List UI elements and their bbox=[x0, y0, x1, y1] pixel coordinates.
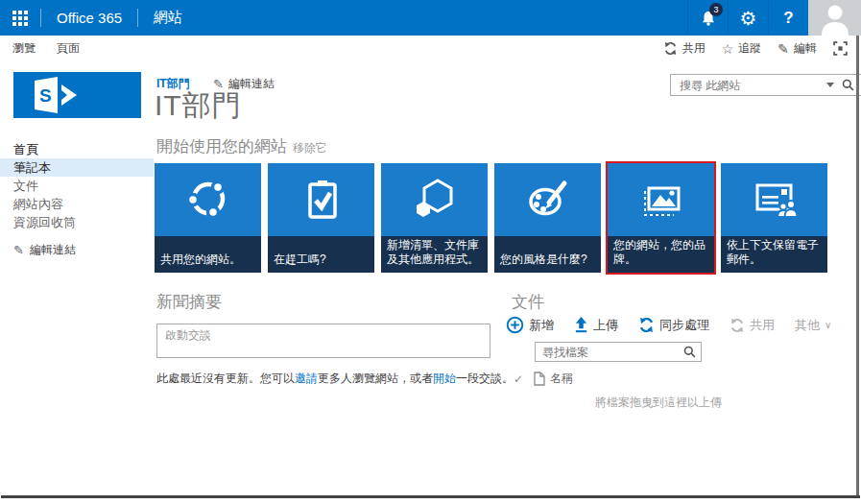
window-right-edge bbox=[856, 36, 859, 497]
app-launcher-button[interactable] bbox=[0, 0, 40, 36]
tile-caption: 在趕工嗎? bbox=[268, 236, 374, 273]
tile-whats-your-style[interactable]: 您的風格是什麼? bbox=[494, 163, 601, 273]
share-document-button[interactable]: 共用 bbox=[729, 317, 775, 334]
edit-label: 編輯 bbox=[794, 40, 817, 57]
find-file-input[interactable] bbox=[540, 345, 683, 360]
search-icon[interactable] bbox=[842, 79, 854, 91]
notifications-button[interactable]: 3 bbox=[687, 0, 728, 36]
star-icon: ☆ bbox=[722, 42, 734, 56]
share-sync-icon bbox=[729, 318, 745, 333]
pencil-icon: ✎ bbox=[13, 244, 24, 256]
gear-icon: ⚙ bbox=[740, 9, 757, 28]
document-type-icon bbox=[534, 372, 550, 386]
site-logo[interactable]: S bbox=[13, 72, 141, 118]
tile-caption: 依上下文保留電子郵件。 bbox=[721, 236, 827, 273]
settings-button[interactable]: ⚙ bbox=[728, 0, 768, 36]
getting-started-heading: 開始使用您的網站 bbox=[156, 135, 287, 157]
plus-circle-icon bbox=[506, 316, 524, 334]
waffle-icon bbox=[12, 11, 28, 26]
current-app-label: 網站 bbox=[138, 0, 198, 36]
person-silhouette-icon bbox=[816, 3, 854, 36]
page-title: IT部門 bbox=[155, 86, 242, 126]
sidebar-item-home[interactable]: 首頁 bbox=[0, 140, 154, 158]
ribbon-bar: 瀏覽 頁面 共用 ☆ 追蹤 ✎ 編輯 bbox=[0, 36, 861, 61]
drag-drop-hint: 將檔案拖曳到這裡以上傳 bbox=[595, 395, 722, 411]
share-label: 共用 bbox=[682, 40, 706, 57]
find-file-search bbox=[535, 342, 702, 362]
share-button[interactable]: 共用 bbox=[663, 40, 706, 57]
check-icon[interactable]: ✓ bbox=[514, 372, 534, 386]
start-conversation-link[interactable]: 開始 bbox=[433, 372, 456, 385]
follow-button[interactable]: ☆ 追蹤 bbox=[722, 40, 762, 57]
empty-text: 此處最近沒有更新。您可以 bbox=[156, 372, 295, 385]
more-options-button[interactable]: 其他 ∨ bbox=[795, 317, 831, 334]
share-label: 共用 bbox=[750, 317, 775, 334]
quick-launch-nav: 首頁 筆記本 文件 網站內容 資源回收筒 bbox=[0, 140, 154, 231]
edit-button[interactable]: ✎ 編輯 bbox=[777, 40, 817, 57]
edit-links-sidebar[interactable]: ✎ 編輯連結 bbox=[13, 242, 76, 258]
tile-caption: 新增清單、文件庫及其他應用程式。 bbox=[381, 236, 488, 273]
tab-page[interactable]: 頁面 bbox=[57, 40, 80, 57]
focus-on-content-button[interactable] bbox=[833, 41, 848, 56]
documents-heading: 文件 bbox=[512, 291, 544, 313]
more-label: 其他 bbox=[795, 317, 820, 334]
picture-icon bbox=[608, 163, 714, 236]
focus-mode-icon bbox=[833, 41, 848, 56]
documents-toolbar: 新增 上傳 同步處理 共用 其他 ∨ bbox=[506, 316, 831, 334]
ribbon-actions: 共用 ☆ 追蹤 ✎ 編輯 bbox=[663, 40, 848, 57]
tile-caption: 您的風格是什麼? bbox=[494, 236, 601, 273]
remove-getting-started-link[interactable]: 移除它 bbox=[293, 140, 327, 156]
tile-add-lists-libraries-apps[interactable]: 新增清單、文件庫及其他應用程式。 bbox=[381, 163, 488, 273]
clipboard-check-icon bbox=[268, 163, 374, 236]
follow-label: 追蹤 bbox=[738, 40, 761, 57]
brand-link[interactable]: Office 365 bbox=[41, 0, 137, 36]
palette-icon bbox=[494, 163, 601, 236]
tile-keep-email-in-context[interactable]: 依上下文保留電子郵件。 bbox=[721, 163, 827, 273]
account-avatar[interactable] bbox=[808, 0, 861, 36]
sync-button[interactable]: 同步處理 bbox=[638, 317, 709, 334]
search-scope-dropdown-icon[interactable] bbox=[826, 83, 834, 87]
tile-share-your-site[interactable]: 共用您的網站。 bbox=[155, 163, 261, 273]
newsfeed-empty-message: 此處最近沒有更新。您可以邀請更多人瀏覽網站，或者開始一段交談。 bbox=[156, 371, 514, 387]
window-bottom-edge bbox=[1, 495, 860, 498]
search-icon[interactable] bbox=[683, 346, 696, 358]
sidebar-item-site-contents[interactable]: 網站內容 bbox=[0, 195, 154, 213]
sidebar-item-documents[interactable]: 文件 bbox=[0, 177, 154, 195]
site-search bbox=[670, 74, 861, 96]
help-icon: ? bbox=[783, 9, 793, 28]
newsfeed-composer-input[interactable] bbox=[157, 324, 490, 357]
empty-text: 一段交談。 bbox=[456, 372, 514, 385]
sharepoint-logo-icon: S bbox=[13, 72, 141, 118]
newsfeed-heading: 新聞摘要 bbox=[156, 291, 222, 313]
email-people-icon bbox=[721, 163, 827, 236]
sync-icon bbox=[638, 317, 655, 333]
invite-link[interactable]: 邀請 bbox=[295, 372, 318, 385]
site-search-input[interactable] bbox=[678, 78, 819, 93]
sync-label: 同步處理 bbox=[659, 317, 709, 334]
edit-links-label: 編輯連結 bbox=[30, 242, 76, 258]
sidebar-item-recycle-bin[interactable]: 資源回收筒 bbox=[0, 213, 154, 231]
hexagon-apps-icon bbox=[381, 163, 488, 236]
pencil-icon: ✎ bbox=[777, 42, 789, 56]
tile-caption: 共用您的網站。 bbox=[155, 236, 261, 273]
tile-your-site-your-brand[interactable]: 您的網站，您的品牌。 bbox=[608, 163, 714, 273]
new-label: 新增 bbox=[529, 317, 554, 334]
empty-text: 更多人瀏覽網站，或者 bbox=[318, 372, 433, 385]
sidebar-item-notebook[interactable]: 筆記本 bbox=[0, 158, 154, 177]
tile-working-on-deadline[interactable]: 在趕工嗎? bbox=[268, 163, 374, 273]
share-sync-icon bbox=[663, 41, 678, 56]
upload-icon bbox=[574, 317, 588, 333]
upload-button[interactable]: 上傳 bbox=[574, 317, 618, 334]
suite-spacer bbox=[198, 0, 687, 36]
tab-browse[interactable]: 瀏覽 bbox=[12, 40, 36, 57]
help-button[interactable]: ? bbox=[768, 0, 808, 36]
name-column-header[interactable]: 名稱 bbox=[550, 371, 573, 387]
svg-text:S: S bbox=[39, 85, 52, 106]
suite-bar: Office 365 網站 3 ⚙ ? bbox=[0, 0, 861, 36]
chevron-down-icon: ∨ bbox=[825, 320, 831, 330]
notification-count-badge: 3 bbox=[709, 3, 723, 16]
getting-started-tiles: 共用您的網站。 在趕工嗎? 新增清單、文件庫及其他應用程式。 bbox=[155, 163, 827, 273]
new-document-button[interactable]: 新增 bbox=[506, 316, 554, 334]
share-network-icon bbox=[155, 163, 261, 236]
newsfeed-composer bbox=[156, 324, 490, 358]
